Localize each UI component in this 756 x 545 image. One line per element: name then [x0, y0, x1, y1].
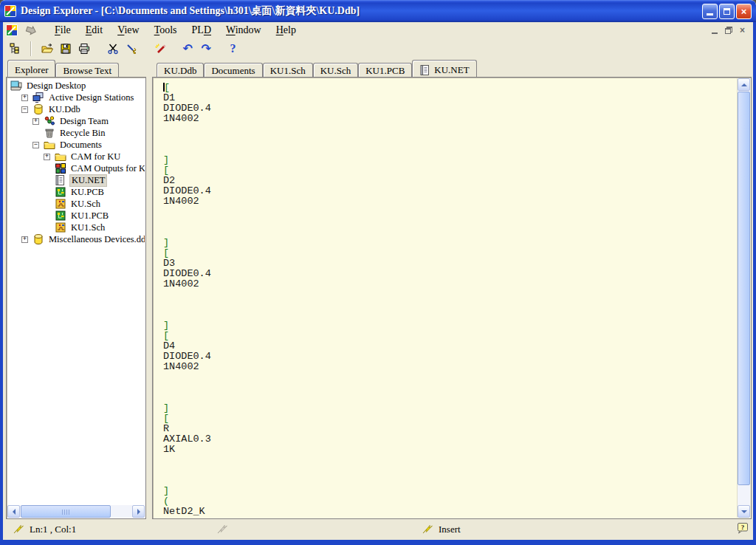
tab-label: Documents: [211, 65, 255, 77]
maximize-button[interactable]: [719, 4, 735, 19]
editor-line: [163, 145, 737, 155]
tree-item-active-design-stations[interactable]: +Active Design Stations: [7, 92, 145, 103]
tree-item-miscellaneous-devices-ddb[interactable]: +Miscellaneous Devices.ddb: [7, 233, 145, 245]
tree-item-ku-sch[interactable]: KU.Sch: [7, 198, 145, 210]
mdi-minimize-button[interactable]: [708, 24, 721, 35]
database-icon: [32, 103, 44, 115]
save-button[interactable]: [56, 40, 75, 58]
expand-plus-icon[interactable]: +: [21, 95, 28, 101]
tree-item-ku-net[interactable]: KU.NET: [7, 174, 145, 186]
doc-tab-ku1-pcb[interactable]: KU1.PCB: [358, 63, 412, 77]
doc-tab-ku-net[interactable]: KU.NET: [412, 60, 476, 77]
doc-tab-documents[interactable]: Documents: [204, 63, 262, 77]
tree-item-design-desktop[interactable]: Design Desktop: [7, 80, 145, 92]
tree-item-label: KU1.PCB: [69, 210, 110, 222]
insert-mode-icon: [422, 524, 434, 535]
tab-label: KU.NET: [434, 64, 469, 76]
maximize-icon: [724, 8, 730, 15]
panel-tabs: ExplorerBrowse Text: [7, 60, 119, 77]
editor-line: [: [163, 248, 737, 258]
menu-pld[interactable]: PLD: [185, 23, 219, 38]
doc-tab-ku1-sch[interactable]: KU1.Sch: [263, 63, 313, 77]
netlist-editor[interactable]: [D1DIODE0.41N4002 ][D2DIODE0.41N4002 ][D…: [154, 78, 738, 518]
tree-item-label: Design Team: [58, 116, 110, 127]
tab-explorer[interactable]: Explorer: [7, 60, 55, 77]
tree-item-label: KU.NET: [69, 174, 107, 187]
scroll-left-button[interactable]: [7, 505, 20, 518]
mdi-minimize-icon: [712, 32, 718, 34]
editor-line: [163, 227, 737, 238]
tab-browse-text[interactable]: Browse Text: [55, 63, 119, 77]
tree-horizontal-scrollbar[interactable]: [7, 505, 145, 518]
netdoc-icon: [55, 174, 66, 186]
close-button[interactable]: ×: [736, 4, 752, 19]
expand-plus-icon[interactable]: +: [21, 236, 28, 243]
expand-plus-icon[interactable]: +: [44, 154, 50, 160]
redo-icon: ↷: [202, 43, 213, 55]
menu-tools[interactable]: Tools: [147, 23, 185, 38]
print-button[interactable]: [75, 40, 93, 58]
doc-tab-ku-ddb[interactable]: KU.Ddb: [157, 63, 204, 77]
tree-item-ku1-sch[interactable]: KU1.Sch: [7, 222, 145, 233]
paste-button[interactable]: [122, 40, 140, 58]
mdi-close-button[interactable]: ×: [736, 24, 749, 35]
menu-view[interactable]: View: [110, 23, 147, 38]
cut-button[interactable]: [103, 40, 122, 58]
open-document-button[interactable]: [38, 40, 56, 58]
editor-line: D1: [163, 93, 737, 103]
tree-item-documents[interactable]: −Documents: [7, 139, 145, 151]
cam-icon: [55, 162, 66, 174]
editor-line: [163, 476, 737, 486]
tree-item-ku-pcb[interactable]: KU.PCB: [7, 186, 145, 198]
tree-item-cam-for-ku[interactable]: +CAM for KU: [7, 151, 145, 162]
tree-item-recycle-bin[interactable]: Recycle Bin: [7, 127, 145, 139]
explorer-toggle-button[interactable]: [6, 40, 24, 58]
editor-line: 1N4002: [163, 196, 737, 207]
tab-label: KU.Sch: [320, 65, 351, 77]
tab-label: Explorer: [15, 64, 48, 76]
collapse-minus-icon[interactable]: −: [21, 106, 28, 113]
scroll-down-button[interactable]: [738, 505, 750, 518]
right-arrow-icon: [137, 509, 143, 515]
editor-line: [163, 310, 737, 321]
editor-line: (: [163, 496, 737, 507]
editor-vertical-scrollbar[interactable]: [738, 78, 750, 518]
menu-arrow-icon[interactable]: [25, 24, 37, 36]
menu-window[interactable]: Window: [219, 23, 269, 38]
tree-item-design-team[interactable]: +Design Team: [7, 115, 145, 127]
undo-button[interactable]: ↶: [179, 40, 198, 58]
editor-line: [163, 207, 737, 217]
horizontal-scroll-thumb[interactable]: [21, 505, 111, 518]
help-balloon-icon[interactable]: ?: [737, 522, 749, 534]
collapse-minus-icon[interactable]: −: [32, 142, 39, 148]
editor-line: R: [163, 424, 737, 434]
menu-help[interactable]: Help: [269, 23, 303, 38]
editor-line: ]: [163, 486, 737, 496]
minimize-button[interactable]: [702, 4, 718, 19]
tab-label: KU.Ddb: [164, 65, 196, 77]
title-bar[interactable]: Design Explorer - [C:\Documents and Sett…: [0, 0, 756, 22]
tree-item-label: KU.Ddb: [47, 104, 82, 115]
scroll-right-button[interactable]: [132, 505, 145, 518]
tree-item-ku1-pcb[interactable]: KU1.PCB: [7, 210, 145, 222]
scroll-up-button[interactable]: [738, 78, 750, 91]
redo-button[interactable]: ↷: [198, 40, 216, 58]
wizard-button[interactable]: [151, 40, 169, 58]
tree-item-cam-outputs-for-ku[interactable]: CAM Outputs for KU: [7, 162, 145, 174]
document-system-menu-icon[interactable]: [6, 24, 18, 36]
doc-tab-ku-sch[interactable]: KU.Sch: [313, 63, 359, 77]
menu-file[interactable]: File: [47, 23, 78, 38]
tree-item-label: Recycle Bin: [58, 128, 106, 139]
tree-item-ku-ddb[interactable]: −KU.Ddb: [7, 103, 145, 115]
editor-line: ]: [163, 403, 737, 414]
menu-edit[interactable]: Edit: [78, 23, 110, 38]
expand-plus-icon[interactable]: +: [32, 118, 39, 125]
vertical-scroll-thumb[interactable]: [738, 92, 750, 485]
tree-item-label: Documents: [58, 140, 103, 151]
mdi-restore-button[interactable]: [722, 24, 735, 35]
pcb-icon: [55, 210, 66, 222]
help-button[interactable]: ?: [227, 40, 245, 58]
open-folder-icon: [41, 43, 53, 55]
status-arrow-icon: [13, 524, 25, 535]
editor-line: [163, 289, 737, 300]
